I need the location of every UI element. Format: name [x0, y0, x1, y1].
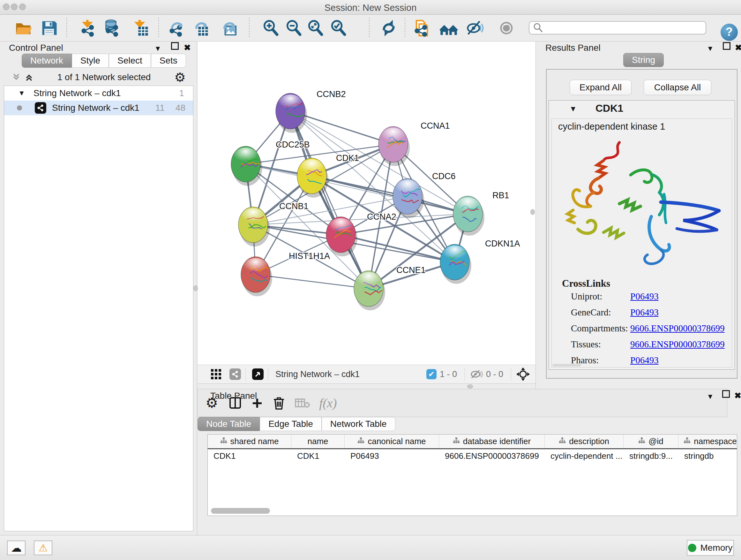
close-panel-icon[interactable]: ✖	[184, 43, 191, 53]
table-row[interactable]: CDK1CDK1P064939606.ENSP00000378699cyclin…	[208, 449, 737, 462]
table-cell[interactable]: stringdb	[678, 449, 737, 462]
node-CDC6[interactable]	[393, 179, 424, 218]
node-CCNE1[interactable]	[354, 271, 385, 310]
zoom-fit-icon[interactable]	[307, 18, 326, 38]
zoom-out-icon[interactable]	[285, 18, 304, 38]
edge-CCNB2-CCNE1[interactable]	[290, 111, 368, 289]
node-RB1[interactable]	[453, 196, 484, 236]
float-panel-icon[interactable]	[722, 390, 730, 398]
warnings-button[interactable]: ⚠	[34, 541, 52, 555]
close-panel-icon[interactable]: ✖	[734, 391, 741, 401]
node-CDKN1A[interactable]	[440, 244, 471, 284]
tab-network-table[interactable]: Network Table	[322, 417, 395, 431]
tab-sets[interactable]: Sets	[151, 54, 186, 68]
close-panel-icon[interactable]: ✖	[735, 43, 741, 53]
horizontal-splitter-handle[interactable]	[467, 384, 473, 388]
table-cell[interactable]: cyclin-dependent ...	[545, 449, 623, 462]
network-canvas[interactable]: CCNB2CCNA1CDC25BCDK1CDC6RB1CCNB1CCNA2CDK…	[198, 42, 536, 365]
selected-checkbox-icon[interactable]: ✔	[426, 369, 436, 379]
node-HIST1H1A[interactable]	[241, 257, 272, 296]
table-cell[interactable]: 9606.ENSP00000378699	[439, 449, 545, 462]
column-header--id[interactable]: @id	[623, 435, 678, 448]
edge-CDK1-RB1[interactable]	[312, 176, 468, 214]
import-table-icon[interactable]	[131, 18, 151, 38]
crosslink-link[interactable]: 9606.ENSP00000378699	[630, 339, 725, 350]
column-header-name[interactable]: name	[291, 435, 345, 448]
node-CDC25B[interactable]	[231, 146, 262, 186]
cloud-button[interactable]: ☁	[7, 541, 25, 555]
expand-all-button[interactable]: Expand All	[569, 80, 631, 95]
tab-select[interactable]: Select	[109, 54, 151, 68]
memory-button[interactable]: Memory	[687, 540, 734, 556]
gene-description: cyclin-dependent kinase 1	[558, 121, 665, 132]
table-cell[interactable]: stringdb:9...	[623, 449, 678, 462]
float-panel-icon[interactable]	[171, 42, 179, 50]
import-network-database-icon[interactable]	[104, 18, 123, 38]
tab-style[interactable]: Style	[72, 54, 109, 68]
crosslink-label: Compartments:	[571, 323, 630, 334]
zoom-in-icon[interactable]	[262, 18, 281, 38]
network-row-selected[interactable]: String Network – cdk1 11 48	[4, 101, 193, 115]
delete-column-icon[interactable]	[273, 395, 285, 410]
horizontal-scrollbar[interactable]	[210, 507, 734, 514]
column-header-shared-name[interactable]: shared name	[208, 435, 291, 448]
save-session-icon[interactable]	[40, 18, 59, 38]
export-table-icon[interactable]	[192, 18, 211, 38]
collapse-panel-icon[interactable]: ▾	[156, 44, 160, 53]
open-session-icon[interactable]	[14, 18, 33, 38]
column-header-namespace[interactable]: namespace	[678, 435, 737, 448]
collapse-panel-icon[interactable]: ▾	[708, 391, 712, 401]
tab-network[interactable]: Network	[22, 54, 72, 68]
toolbar-separator	[465, 368, 465, 381]
table-cell[interactable]: P06493	[345, 449, 439, 462]
node-CCNA1[interactable]	[379, 126, 410, 166]
grid-view-icon[interactable]	[210, 368, 222, 381]
network-options-gear-icon[interactable]: ⚙	[174, 71, 186, 84]
search-box[interactable]	[529, 21, 706, 35]
crosslink-link[interactable]: P06493	[630, 355, 659, 366]
duplicate-network-icon[interactable]	[412, 18, 431, 38]
table-cell[interactable]: CDK1	[291, 449, 345, 462]
first-neighbors-icon[interactable]	[439, 18, 458, 38]
collection-expander-icon[interactable]: ▼	[18, 89, 25, 98]
collapse-all-icon[interactable]	[11, 72, 21, 82]
collapse-panel-icon[interactable]: ▾	[708, 44, 712, 53]
float-panel-icon[interactable]	[723, 42, 731, 50]
crosslink-link[interactable]: P06493	[630, 307, 659, 318]
entry-expander-icon[interactable]: ▼	[569, 105, 577, 113]
network-collection-row[interactable]: ▼ String Network – cdk1 1	[4, 86, 193, 101]
tab-edge-table[interactable]: Edge Table	[260, 417, 322, 431]
export-network-icon[interactable]	[167, 18, 186, 38]
node-CDK1[interactable]	[297, 158, 328, 198]
search-input[interactable]	[543, 23, 705, 33]
tab-node-table[interactable]: Node Table	[198, 417, 260, 431]
string-view-icon[interactable]	[229, 368, 241, 380]
show-hide-icon[interactable]	[465, 18, 484, 38]
mini-scrollbar[interactable]	[552, 364, 581, 367]
vertical-splitter-handle[interactable]	[530, 209, 535, 215]
export-image-icon[interactable]	[219, 18, 239, 38]
scrollbar-thumb[interactable]	[211, 508, 270, 514]
table-cell[interactable]: CDK1	[208, 449, 291, 462]
tab-string[interactable]: String	[623, 53, 664, 67]
column-header-description[interactable]: description	[545, 435, 623, 448]
node-CCNB1[interactable]	[239, 207, 270, 246]
node-CCNB2[interactable]	[276, 93, 307, 133]
node-table: shared namenamecanonical namedatabase id…	[207, 434, 737, 516]
crosslink-link[interactable]: P06493	[630, 291, 659, 302]
help-button[interactable]: ?	[721, 23, 738, 41]
birdseye-view-icon[interactable]	[252, 368, 264, 380]
inactive-eye-icon	[497, 18, 517, 38]
vertical-splitter-handle[interactable]	[193, 286, 198, 291]
apply-layout-icon[interactable]	[379, 18, 398, 38]
crosslink-link[interactable]: 9606.ENSP00000378699	[630, 323, 725, 334]
expand-all-icon[interactable]	[24, 72, 34, 82]
edge-HIST1H1A-CCNE1[interactable]	[256, 274, 368, 289]
pan-crosshair-icon[interactable]	[516, 367, 530, 381]
collapse-all-button[interactable]: Collapse All	[644, 80, 711, 95]
column-header-database-identifier[interactable]: database identifier	[439, 435, 545, 448]
column-header-canonical-name[interactable]: canonical name	[345, 435, 439, 448]
control-panel: Control Panel ▾ ✖ NetworkStyleSelectSets…	[0, 42, 197, 535]
zoom-selected-icon[interactable]	[329, 18, 348, 38]
import-network-file-icon[interactable]	[79, 18, 98, 38]
